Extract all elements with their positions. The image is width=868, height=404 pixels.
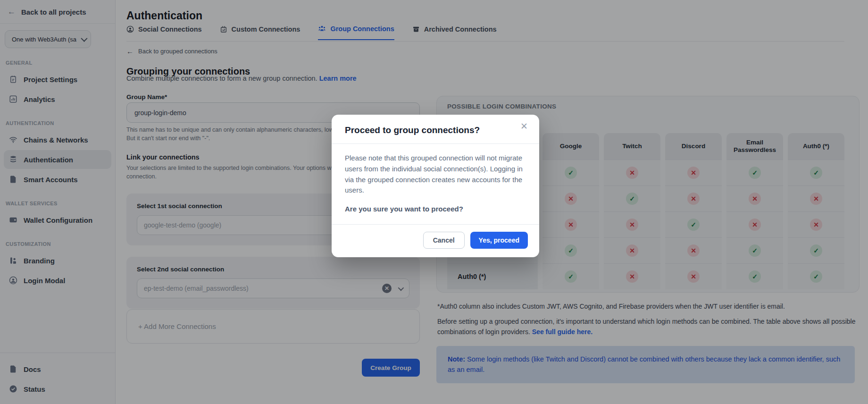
modal-title: Proceed to group connections? [345,125,526,135]
yes-proceed-button[interactable]: Yes, proceed [470,232,528,249]
modal-message: Please note that this grouped connection… [345,153,526,196]
modal-footer: Cancel Yes, proceed [332,224,539,257]
close-icon[interactable]: ✕ [517,120,531,132]
proceed-modal: Proceed to group connections? ✕ Please n… [332,115,539,257]
modal-body: Please note that this grouped connection… [332,144,539,224]
cancel-button[interactable]: Cancel [423,232,465,249]
app-window: ← Back to all projects One with Web3Auth… [0,0,868,404]
modal-header: Proceed to group connections? ✕ [332,115,539,144]
modal-question: Are you sure you want to proceed? [345,204,526,215]
